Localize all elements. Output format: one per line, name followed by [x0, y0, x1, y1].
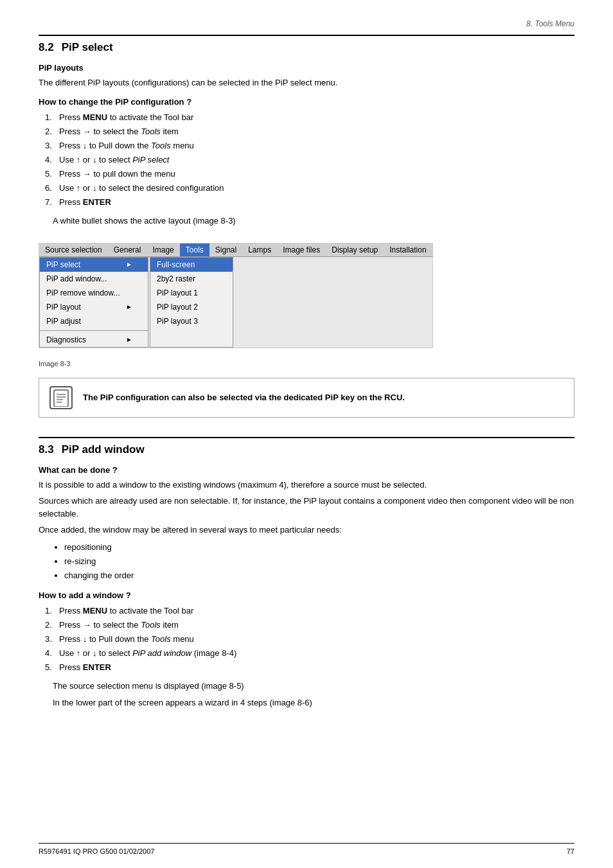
step-83-3: 3.Press ↓ to Pull down the Tools menu — [45, 632, 574, 646]
sub-pip-layout-2: PiP layout 2 — [150, 300, 233, 314]
note-box-82: The PiP configuration can also be select… — [39, 378, 574, 418]
dropdown-pip-select: PiP select ► — [40, 258, 148, 272]
section83-text1: It is possible to add a window to the ex… — [39, 479, 574, 492]
dropdown-pip-add-window: PiP add window... — [40, 272, 148, 286]
menu-area: PiP select ► PiP add window... PiP remov… — [39, 257, 432, 348]
step-82-6: 6.Use ↑ or ↓ to select the desired confi… — [45, 181, 574, 195]
sub-full-screen: Full-screen — [150, 258, 233, 272]
menubar-source-selection: Source selection — [39, 244, 108, 256]
menubar-signal: Signal — [209, 244, 242, 256]
bullet-resizing: re-sizing — [64, 554, 574, 569]
sub-2by2-raster: 2by2 raster — [150, 272, 233, 286]
section83-bullets: repositioning re-sizing changing the ord… — [64, 540, 574, 583]
dropdown-diagnostics: Diagnostics ► — [40, 333, 148, 347]
pip-select-subdropdown: Full-screen 2by2 raster PiP layout 1 PiP… — [150, 257, 233, 348]
svg-rect-0 — [54, 390, 68, 407]
section-83-heading: 8.3 PiP add window — [39, 437, 574, 456]
step-83-2: 2.Press → to select the Tools item — [45, 618, 574, 632]
pip-select-arrow: ► — [126, 261, 132, 268]
note-text-82: The PiP configuration can also be select… — [83, 393, 405, 402]
step-82-5: 5.Press → to pull down the menu — [45, 167, 574, 181]
note-icon — [49, 386, 73, 409]
section-82-heading: 8.2 PiP select — [39, 35, 574, 54]
dropdown-divider — [40, 330, 148, 331]
pip-layout-arrow: ► — [126, 303, 132, 310]
steps-list-82: 1.Press MENU to activate the Tool bar 2.… — [45, 111, 574, 210]
tools-dropdown: PiP select ► PiP add window... PiP remov… — [39, 257, 148, 348]
step83-5-note2: In the lower part of the screen appears … — [53, 696, 574, 709]
section-82-number: 8.2 — [39, 41, 54, 54]
step-82-1: 1.Press MENU to activate the Tool bar — [45, 111, 574, 125]
step-83-4: 4.Use ↑ or ↓ to select PiP add window (i… — [45, 646, 574, 660]
step-82-2: 2.Press → to select the Tools item — [45, 125, 574, 139]
footer-right: 77 — [567, 847, 574, 855]
step83-5-note1: The source selection menu is displayed (… — [53, 680, 574, 693]
step7-note: A white bullet shows the active layout (… — [53, 215, 574, 227]
menubar-display-setup: Display setup — [326, 244, 384, 256]
step-82-4: 4.Use ↑ or ↓ to select PiP select — [45, 153, 574, 167]
diagnostics-arrow: ► — [126, 336, 132, 343]
note-icon-svg — [52, 389, 70, 407]
footer-left: R5976491 IQ PRO G500 01/02/2007 — [39, 847, 154, 855]
bullet-changing-order: changing the order — [64, 569, 574, 583]
dropdown-pip-adjust: PiP adjust — [40, 314, 148, 328]
section83-text2: Sources which are already used are non s… — [39, 495, 574, 520]
step-83-1: 1.Press MENU to activate the Tool bar — [45, 604, 574, 618]
header-text: 8. Tools Menu — [526, 19, 574, 28]
section-83-title: PiP add window — [62, 443, 145, 456]
how-to-add-window-heading: How to add a window ? — [39, 590, 574, 600]
page-footer: R5976491 IQ PRO G500 01/02/2007 77 — [39, 843, 574, 855]
menubar-image: Image — [147, 244, 179, 256]
menu-screenshot-wrapper: Source selection General Image Tools Sig… — [39, 234, 574, 357]
dropdown-pip-layout: PiP layout ► — [40, 300, 148, 314]
sub-pip-layout-1: PiP layout 1 — [150, 286, 233, 300]
page-header: 8. Tools Menu — [39, 19, 574, 28]
menubar-installation: Installation — [384, 244, 432, 256]
menu-bar: Source selection General Image Tools Sig… — [39, 244, 432, 257]
pip-layouts-heading: PiP layouts — [39, 63, 574, 73]
section-83-number: 8.3 — [39, 443, 54, 456]
image-83-caption: Image 8-3 — [39, 360, 574, 368]
dropdown-pip-remove-window: PiP remove window... — [40, 286, 148, 300]
bullet-repositioning: repositioning — [64, 540, 574, 554]
step-82-3: 3.Press ↓ to Pull down the Tools menu — [45, 139, 574, 153]
section-82-title: PiP select — [62, 41, 113, 54]
steps-list-83: 1.Press MENU to activate the Tool bar 2.… — [45, 604, 574, 675]
sub-pip-layout-3: PiP layout 3 — [150, 314, 233, 328]
step-82-7: 7.Press ENTER — [45, 195, 574, 209]
page-container: 8. Tools Menu 8.2 PiP select PiP layouts… — [0, 0, 613, 868]
step-83-5: 5.Press ENTER — [45, 660, 574, 675]
menubar-general: General — [108, 244, 147, 256]
menu-screenshot: Source selection General Image Tools Sig… — [39, 243, 433, 348]
how-to-change-heading: How to change the PiP configuration ? — [39, 97, 574, 107]
menubar-tools: Tools — [180, 244, 209, 256]
menubar-lamps: Lamps — [242, 244, 277, 256]
menubar-image-files: Image files — [277, 244, 326, 256]
section83-text3: Once added, the window may be altered in… — [39, 524, 574, 536]
pip-layouts-text: The different PiP layouts (configuration… — [39, 76, 574, 89]
what-can-be-done-heading: What can be done ? — [39, 465, 574, 475]
